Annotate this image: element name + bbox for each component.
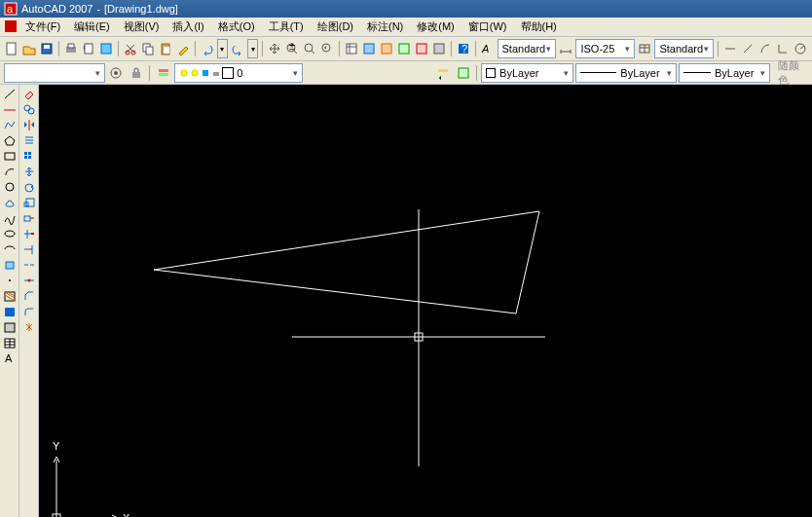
move-icon[interactable] bbox=[20, 165, 38, 179]
copy-obj-icon[interactable] bbox=[20, 102, 38, 117]
menu-view[interactable]: 视图(V) bbox=[118, 18, 166, 36]
lock-ui-icon[interactable] bbox=[128, 63, 146, 83]
ucs-icon bbox=[53, 457, 118, 517]
markup-icon[interactable] bbox=[414, 39, 429, 58]
layer-states-icon[interactable] bbox=[454, 63, 472, 83]
circle-icon[interactable] bbox=[1, 180, 18, 195]
erase-icon[interactable] bbox=[20, 87, 38, 101]
ws-settings-icon[interactable] bbox=[107, 63, 126, 83]
table-style-dropdown[interactable]: Standard bbox=[654, 39, 714, 58]
tp-icon[interactable] bbox=[379, 39, 394, 58]
spline-icon[interactable] bbox=[1, 211, 18, 226]
dim-rad-icon[interactable] bbox=[793, 39, 808, 58]
break-icon[interactable] bbox=[20, 258, 38, 273]
trim-icon[interactable] bbox=[20, 227, 38, 241]
publish-icon[interactable] bbox=[98, 39, 114, 58]
menu-dim[interactable]: 标注(N) bbox=[361, 18, 409, 36]
table-icon[interactable] bbox=[1, 336, 18, 351]
lineweight-dropdown[interactable]: ByLayer bbox=[679, 63, 771, 83]
fillet-icon[interactable] bbox=[20, 305, 38, 319]
save-icon[interactable] bbox=[39, 39, 55, 58]
svg-text:?: ? bbox=[461, 43, 467, 55]
redo-icon[interactable] bbox=[230, 39, 245, 58]
ellipse-icon[interactable] bbox=[1, 227, 18, 241]
open-icon[interactable] bbox=[21, 39, 37, 58]
new-icon[interactable] bbox=[4, 39, 19, 58]
offset-icon[interactable] bbox=[20, 133, 38, 148]
textstyle-icon[interactable]: A bbox=[480, 39, 496, 58]
menu-format[interactable]: 格式(O) bbox=[212, 18, 261, 36]
arc-icon[interactable] bbox=[1, 165, 18, 179]
revcloud-icon[interactable] bbox=[1, 196, 18, 210]
join-icon[interactable] bbox=[20, 274, 38, 288]
polygon-icon[interactable] bbox=[1, 133, 18, 148]
svg-rect-5 bbox=[44, 45, 50, 49]
menu-insert[interactable]: 插入(I) bbox=[166, 18, 209, 36]
chamfer-icon[interactable] bbox=[20, 289, 38, 304]
drawing-canvas[interactable]: Y X bbox=[39, 85, 812, 517]
props-icon[interactable] bbox=[344, 39, 359, 58]
explode-icon[interactable] bbox=[20, 320, 38, 335]
line-icon[interactable] bbox=[1, 87, 18, 101]
menu-modify[interactable]: 修改(M) bbox=[411, 18, 461, 36]
array-icon[interactable] bbox=[20, 149, 38, 164]
cut-icon[interactable] bbox=[123, 39, 138, 58]
zoom-rt-icon[interactable]: ± bbox=[284, 39, 300, 58]
undo-icon[interactable] bbox=[200, 39, 215, 58]
match-icon[interactable] bbox=[175, 39, 191, 58]
ssm-icon[interactable] bbox=[396, 39, 412, 58]
help-icon[interactable]: ? bbox=[456, 39, 471, 58]
workspace-dropdown[interactable] bbox=[4, 63, 105, 83]
extend-icon[interactable] bbox=[20, 242, 38, 257]
zoom-win-icon[interactable] bbox=[302, 39, 317, 58]
scale-icon[interactable] bbox=[20, 196, 38, 210]
zoom-prev-icon[interactable] bbox=[319, 39, 335, 58]
dc-icon[interactable] bbox=[361, 39, 377, 58]
dim-style-dropdown[interactable]: ISO-25 bbox=[575, 39, 635, 58]
separator bbox=[451, 41, 452, 56]
earc-icon[interactable] bbox=[1, 242, 18, 257]
tablestyle-icon[interactable] bbox=[637, 39, 652, 58]
preview-icon[interactable] bbox=[81, 39, 96, 58]
rotate-icon[interactable] bbox=[20, 180, 38, 195]
gradient-icon[interactable] bbox=[1, 305, 18, 319]
redo-dropdown[interactable]: ▾ bbox=[247, 39, 258, 58]
menu-edit[interactable]: 编辑(E) bbox=[68, 18, 116, 36]
undo-dropdown[interactable]: ▾ bbox=[217, 39, 228, 58]
polyline-icon[interactable] bbox=[1, 118, 18, 132]
linetype-value: ByLayer bbox=[620, 67, 659, 79]
menu-file[interactable]: 文件(F) bbox=[19, 18, 66, 36]
color-dropdown[interactable]: ByLayer bbox=[481, 63, 573, 83]
menu-help[interactable]: 帮助(H) bbox=[515, 18, 563, 36]
dim-ord-icon[interactable] bbox=[775, 39, 791, 58]
layer-prev-icon[interactable] bbox=[434, 63, 453, 83]
linetype-dropdown[interactable]: ByLayer bbox=[575, 63, 677, 83]
pan-icon[interactable] bbox=[267, 39, 282, 58]
rect-icon[interactable] bbox=[1, 149, 18, 164]
point-icon[interactable] bbox=[1, 274, 18, 288]
paste-icon[interactable] bbox=[158, 39, 173, 58]
dim-linear-icon[interactable] bbox=[722, 39, 738, 58]
menu-window[interactable]: 窗口(W) bbox=[462, 18, 513, 36]
dim-arc-icon[interactable] bbox=[757, 39, 773, 58]
window-icon[interactable] bbox=[4, 19, 18, 35]
svg-rect-36 bbox=[159, 73, 168, 76]
calc-icon[interactable] bbox=[431, 39, 447, 58]
stretch-icon[interactable] bbox=[20, 211, 38, 226]
block-icon[interactable] bbox=[1, 258, 18, 273]
menu-draw[interactable]: 绘图(D) bbox=[312, 18, 359, 36]
dimstyle-icon[interactable] bbox=[558, 39, 573, 58]
layer-props-icon[interactable] bbox=[154, 63, 172, 83]
print-icon[interactable] bbox=[63, 39, 79, 58]
menu-tools[interactable]: 工具(T) bbox=[263, 18, 310, 36]
cline-icon[interactable] bbox=[1, 102, 18, 117]
text-style-dropdown[interactable]: Standard bbox=[498, 39, 557, 58]
layer-filter[interactable] bbox=[305, 63, 432, 83]
copy-icon[interactable] bbox=[140, 39, 156, 58]
mtext-icon[interactable]: A bbox=[1, 351, 18, 366]
layer-dropdown[interactable]: 0 bbox=[174, 63, 303, 83]
region-icon[interactable] bbox=[1, 320, 18, 335]
mirror-icon[interactable] bbox=[20, 118, 38, 132]
hatch-icon[interactable] bbox=[1, 289, 18, 304]
dim-aligned-icon[interactable] bbox=[740, 39, 756, 58]
